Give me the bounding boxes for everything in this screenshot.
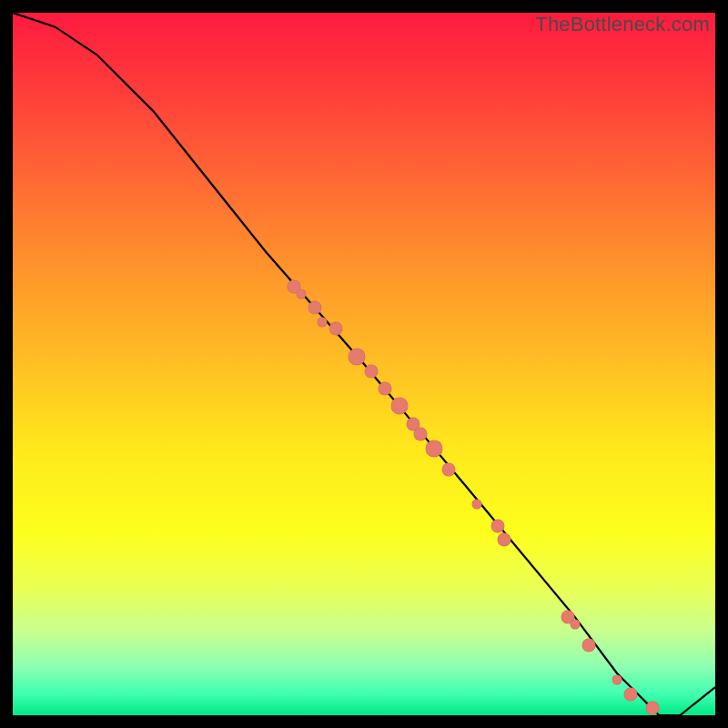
- marker-dot: [471, 500, 481, 510]
- marker-dot: [413, 428, 427, 441]
- marker-dot: [490, 519, 504, 532]
- marker-dot: [349, 349, 366, 366]
- marker-dot: [582, 638, 596, 652]
- marker-dot: [612, 675, 622, 685]
- marker-dot: [308, 301, 321, 315]
- marker-dot: [390, 398, 408, 415]
- plot-area: TheBottleneck.com: [13, 13, 715, 715]
- line-series: [13, 13, 715, 715]
- curve-path: [13, 13, 715, 715]
- watermark-label: TheBottleneck.com: [535, 13, 710, 36]
- marker-dot: [379, 382, 392, 396]
- chart-frame: TheBottleneck.com: [0, 0, 728, 728]
- marker-dot: [426, 440, 443, 457]
- marker-dot: [498, 533, 511, 547]
- marker-dot: [317, 317, 327, 327]
- marker-dot: [570, 619, 580, 629]
- marker-dot: [329, 322, 343, 336]
- marker-dot: [645, 702, 659, 715]
- marker-dot: [296, 288, 306, 298]
- marker-dot: [441, 462, 455, 476]
- marker-dot: [364, 364, 378, 378]
- marker-dot: [624, 687, 638, 701]
